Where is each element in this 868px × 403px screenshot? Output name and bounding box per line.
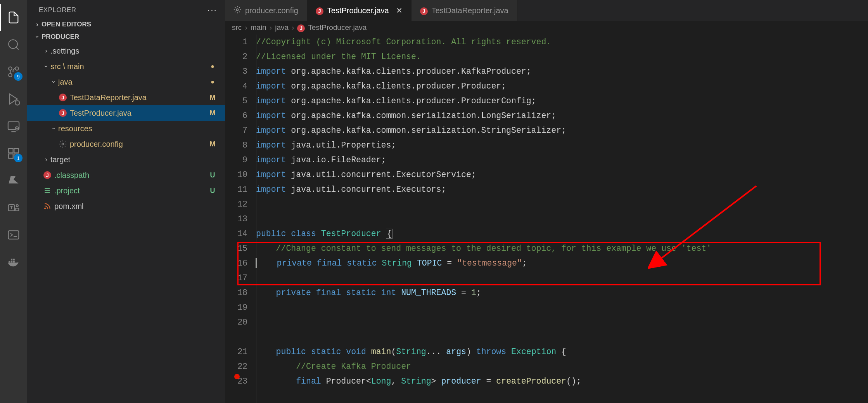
tab-testdatareporter[interactable]: J TestDataReporter.java: [412, 0, 517, 21]
file-label: TestDataReporter.java: [70, 93, 207, 102]
open-editors-label: OPEN EDITORS: [41, 21, 91, 28]
java-file-icon: J: [42, 171, 53, 179]
explorer-sidebar: EXPLORER ··· › OPEN EDITORS › PRODUCER ›…: [27, 0, 225, 403]
code-content[interactable]: //Copyright (c) Microsoft Corporation. A…: [256, 35, 868, 403]
explorer-more-icon[interactable]: ···: [207, 5, 217, 15]
folder-java[interactable]: › java •: [27, 74, 225, 90]
code-token: args: [446, 347, 466, 356]
breakpoint-icon[interactable]: [234, 374, 240, 379]
remote-activity[interactable]: [0, 113, 27, 140]
file-label: TestProducer.java: [70, 109, 207, 118]
azure-activity[interactable]: [0, 167, 27, 194]
tab-testproducer[interactable]: J TestProducer.java ✕: [307, 0, 412, 21]
breadcrumb-item[interactable]: TestProducer.java: [308, 23, 367, 32]
git-status-m: M: [207, 140, 218, 148]
code-token: ();: [566, 377, 581, 386]
scm-activity[interactable]: 9: [0, 58, 27, 85]
chevron-down-icon: ›: [50, 78, 57, 86]
file-label: producer.config: [70, 140, 207, 149]
code-token: =: [456, 288, 471, 297]
chevron-right-icon: ›: [270, 23, 272, 32]
code-token: TestProducer: [321, 229, 381, 238]
svg-rect-22: [13, 259, 15, 261]
code-token: org.apache.kafka.clients.producer.Produc…: [286, 96, 536, 106]
code-token: public: [256, 229, 286, 238]
remote-icon: [7, 120, 20, 133]
file-pom[interactable]: pom.xml: [27, 198, 225, 214]
file-producer-config[interactable]: producer.config M: [27, 136, 225, 152]
svg-line-1: [16, 47, 19, 50]
folder-resources[interactable]: › resources: [27, 121, 225, 136]
code-token: 1: [471, 288, 476, 297]
terminal-activity[interactable]: [0, 221, 27, 248]
svg-point-23: [62, 143, 64, 145]
svg-point-27: [45, 208, 46, 209]
search-activity[interactable]: [0, 31, 27, 58]
svg-point-2: [15, 67, 19, 70]
code-token: producer: [441, 377, 481, 386]
git-modified-dot: •: [207, 77, 218, 87]
teams-activity[interactable]: [0, 194, 27, 221]
code-token: TOPIC: [417, 259, 442, 268]
code-token: import: [256, 141, 286, 150]
code-token: import: [256, 155, 286, 165]
files-icon: [7, 11, 20, 24]
explorer-title: EXPLORER: [39, 6, 76, 14]
file-testdatareporter[interactable]: J TestDataReporter.java M: [27, 90, 225, 105]
explorer-header: EXPLORER ···: [27, 0, 225, 18]
code-token: {: [386, 229, 393, 239]
chevron-down-icon: ›: [34, 33, 41, 41]
folder-src-main[interactable]: › src \ main •: [27, 59, 225, 74]
activity-bar: 9 1: [0, 0, 27, 403]
breadcrumbs[interactable]: src › main › java › J TestProducer.java: [225, 21, 868, 35]
file-label: .classpath: [54, 171, 207, 180]
indent-guide: [256, 35, 256, 403]
file-project[interactable]: .project U: [27, 183, 225, 198]
code-token: ): [466, 347, 476, 356]
breadcrumb-item[interactable]: java: [275, 23, 289, 32]
file-label: .project: [54, 186, 207, 195]
code-token: org.apache.kafka.common.serialization.Lo…: [286, 111, 556, 120]
extensions-activity[interactable]: 1: [0, 140, 27, 167]
code-token: public: [276, 347, 306, 356]
chevron-right-icon: ›: [42, 156, 50, 163]
git-status-m: M: [207, 109, 218, 117]
chevron-down-icon: ›: [50, 124, 57, 133]
breadcrumb-item[interactable]: main: [251, 23, 266, 32]
code-token: void: [346, 347, 366, 356]
breadcrumb-item[interactable]: src: [232, 23, 242, 32]
java-file-icon: J: [297, 23, 305, 32]
svg-rect-13: [14, 148, 18, 153]
code-token: import: [256, 67, 286, 76]
tab-producer-config[interactable]: producer.config: [225, 0, 307, 21]
file-testproducer[interactable]: J TestProducer.java M: [27, 105, 225, 121]
code-token: final: [317, 259, 342, 268]
code-token: throws: [476, 347, 506, 356]
explorer-activity[interactable]: [0, 4, 27, 31]
folder-settings[interactable]: › .settings: [27, 43, 225, 59]
code-token: createProducer: [496, 377, 566, 386]
debug-activity[interactable]: [0, 85, 27, 113]
close-icon[interactable]: ✕: [396, 6, 403, 15]
svg-point-3: [9, 73, 12, 77]
code-token: String: [382, 259, 412, 268]
open-editors-section[interactable]: › OPEN EDITORS: [27, 18, 225, 31]
code-token: //Licensed under the MIT License.: [256, 52, 421, 61]
code-token: final: [316, 288, 341, 297]
code-editor[interactable]: 1234567891011121314151617181920212223 //…: [225, 35, 868, 403]
code-token: org.apache.kafka.clients.producer.KafkaP…: [286, 67, 531, 76]
gear-icon: [57, 140, 68, 148]
tab-label: TestProducer.java: [327, 6, 389, 15]
docker-activity[interactable]: [0, 248, 27, 276]
code-token: int: [381, 288, 396, 297]
folder-target[interactable]: › target: [27, 152, 225, 167]
project-section[interactable]: › PRODUCER: [27, 31, 225, 43]
code-token: ;: [476, 288, 481, 297]
code-token: org.apache.kafka.clients.producer.Produc…: [286, 82, 506, 91]
debug-icon: [7, 92, 20, 106]
svg-point-15: [16, 205, 18, 207]
file-classpath[interactable]: J .classpath U: [27, 167, 225, 183]
git-status-u: U: [207, 171, 218, 179]
search-icon: [7, 38, 20, 51]
code-token: class: [291, 229, 316, 238]
